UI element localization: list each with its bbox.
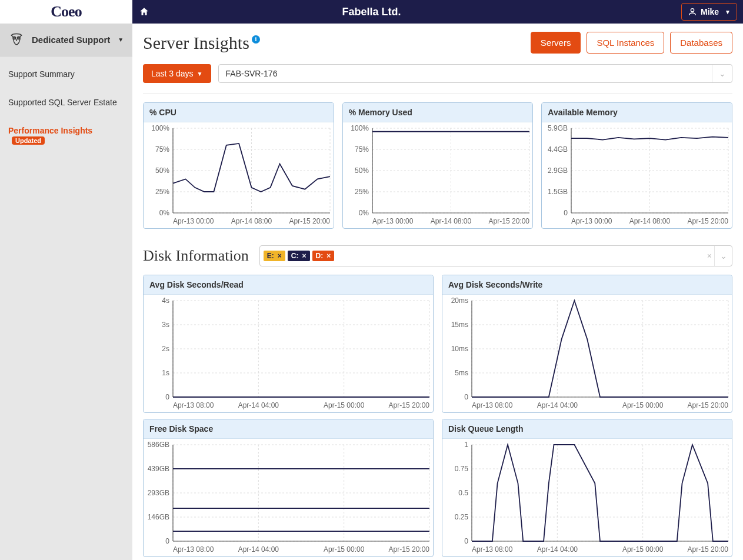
- chevron-down-icon: ⌄: [712, 65, 732, 82]
- time-range-dropdown[interactable]: Last 3 days▼: [143, 64, 211, 83]
- close-icon[interactable]: ×: [278, 252, 282, 260]
- section-title-disk: Disk Information: [143, 247, 249, 265]
- chart-title: Disk Queue Length: [442, 419, 732, 439]
- svg-text:2s: 2s: [162, 345, 169, 353]
- disk-multiselect[interactable]: E:× C:× D:× × ⌄: [259, 245, 732, 266]
- chevron-down-icon: ▼: [725, 9, 731, 15]
- chart-card-available-memory: Available Memory 01.5GB2.9GB4.4GB5.9GBAp…: [541, 102, 732, 229]
- svg-text:3s: 3s: [162, 321, 169, 329]
- chevron-down-icon: ▼: [197, 71, 203, 77]
- svg-point-4: [18, 37, 19, 38]
- chart-title: Avg Disk Seconds/Write: [442, 275, 732, 295]
- svg-text:2.9GB: 2.9GB: [548, 166, 568, 175]
- chart-card-disk-write: Avg Disk Seconds/Write 05ms10ms15ms20msA…: [442, 275, 732, 413]
- svg-text:25%: 25%: [355, 188, 369, 196]
- main-content: Server Insightsi Servers SQL Instances D…: [132, 24, 743, 560]
- updated-badge: Updated: [12, 136, 45, 145]
- chart-title: Avg Disk Seconds/Read: [144, 275, 433, 295]
- svg-text:0.25: 0.25: [455, 513, 469, 521]
- svg-point-3: [14, 37, 15, 38]
- chart-title: Free Disk Space: [144, 419, 433, 439]
- page-title: Server Insightsi: [143, 33, 260, 53]
- svg-text:4s: 4s: [162, 296, 169, 305]
- svg-text:Apr-13 08:00: Apr-13 08:00: [173, 401, 214, 409]
- svg-text:0: 0: [464, 537, 468, 545]
- user-name: Mike: [701, 7, 719, 16]
- svg-text:Apr-15 20:00: Apr-15 20:00: [688, 217, 729, 225]
- user-icon: [688, 7, 697, 16]
- svg-text:15ms: 15ms: [451, 321, 468, 329]
- svg-text:Apr-15 00:00: Apr-15 00:00: [622, 401, 664, 409]
- tab-databases[interactable]: Databases: [670, 32, 732, 54]
- svg-text:Apr-13 00:00: Apr-13 00:00: [372, 217, 414, 225]
- svg-text:Apr-15 20:00: Apr-15 20:00: [389, 545, 430, 554]
- svg-text:586GB: 586GB: [148, 441, 169, 449]
- svg-text:Apr-13 08:00: Apr-13 08:00: [472, 401, 513, 409]
- svg-text:5ms: 5ms: [455, 369, 468, 377]
- svg-text:75%: 75%: [355, 145, 369, 154]
- svg-text:10ms: 10ms: [451, 345, 468, 353]
- svg-text:50%: 50%: [355, 166, 369, 175]
- info-icon[interactable]: i: [252, 35, 260, 44]
- chart-title: Available Memory: [542, 103, 732, 122]
- svg-text:1.5GB: 1.5GB: [548, 188, 568, 196]
- svg-point-0: [691, 9, 694, 12]
- svg-text:Apr-14 04:00: Apr-14 04:00: [238, 401, 279, 409]
- sidebar-group-dropdown[interactable]: Dedicated Support ▼: [0, 24, 132, 56]
- svg-text:Apr-14 04:00: Apr-14 04:00: [537, 545, 578, 554]
- svg-text:Apr-15 20:00: Apr-15 20:00: [688, 401, 729, 409]
- chart-title: % Memory Used: [343, 103, 533, 122]
- close-icon[interactable]: ×: [302, 252, 306, 260]
- chip-disk-e[interactable]: E:×: [264, 251, 285, 261]
- server-select-value: FAB-SVR-176: [226, 69, 278, 78]
- server-select[interactable]: FAB-SVR-176 ⌄: [218, 64, 732, 83]
- svg-text:1: 1: [464, 441, 468, 449]
- svg-text:25%: 25%: [155, 188, 169, 196]
- svg-text:439GB: 439GB: [148, 465, 169, 473]
- sidebar-group-label: Dedicated Support: [32, 35, 110, 45]
- svg-text:Apr-14 08:00: Apr-14 08:00: [231, 217, 272, 225]
- svg-text:Apr-14 04:00: Apr-14 04:00: [238, 545, 279, 554]
- company-title: Fabella Ltd.: [342, 6, 401, 18]
- tab-servers[interactable]: Servers: [531, 32, 581, 54]
- svg-text:20ms: 20ms: [451, 296, 468, 305]
- chevron-down-icon: ▼: [118, 36, 124, 43]
- chart-title: % CPU: [144, 103, 334, 122]
- chart-card-disk-queue-length: Disk Queue Length 00.250.50.751Apr-13 08…: [442, 419, 732, 557]
- sidebar-item-performance-insights[interactable]: Performance Insights Updated: [0, 116, 132, 154]
- svg-text:146GB: 146GB: [148, 513, 169, 521]
- svg-text:Apr-14 08:00: Apr-14 08:00: [629, 217, 671, 225]
- home-button[interactable]: [132, 0, 156, 24]
- svg-text:0.75: 0.75: [455, 465, 469, 473]
- chip-disk-c[interactable]: C:×: [288, 251, 310, 261]
- home-icon: [139, 6, 149, 17]
- svg-text:0: 0: [165, 393, 169, 401]
- user-menu[interactable]: Mike ▼: [681, 3, 737, 21]
- svg-text:5.9GB: 5.9GB: [548, 124, 568, 132]
- svg-text:293GB: 293GB: [148, 489, 169, 497]
- close-icon[interactable]: ×: [326, 252, 331, 260]
- svg-text:100%: 100%: [351, 124, 369, 132]
- sidebar-item-support-summary[interactable]: Support Summary: [0, 60, 132, 88]
- topbar: Coeo Fabella Ltd. Mike ▼: [0, 0, 743, 24]
- svg-text:Apr-15 00:00: Apr-15 00:00: [622, 545, 664, 554]
- svg-text:0%: 0%: [358, 209, 369, 217]
- svg-text:Apr-14 08:00: Apr-14 08:00: [430, 217, 471, 225]
- brand-logo: Coeo: [0, 0, 132, 24]
- svg-text:Apr-15 20:00: Apr-15 20:00: [688, 545, 729, 554]
- chart-card-cpu: % CPU 0%25%50%75%100%Apr-13 00:00Apr-14 …: [143, 102, 334, 229]
- clear-all-icon[interactable]: ×: [707, 251, 712, 261]
- chart-card-disk-read: Avg Disk Seconds/Read 01s2s3s4sApr-13 08…: [143, 275, 434, 413]
- svg-text:4.4GB: 4.4GB: [548, 145, 568, 154]
- svg-text:Apr-13 00:00: Apr-13 00:00: [173, 217, 214, 225]
- svg-text:Apr-13 08:00: Apr-13 08:00: [173, 545, 214, 554]
- svg-text:Apr-15 00:00: Apr-15 00:00: [324, 401, 365, 409]
- svg-text:50%: 50%: [155, 166, 169, 175]
- sidebar-item-estate[interactable]: Supported SQL Server Estate: [0, 88, 132, 116]
- svg-text:Apr-15 20:00: Apr-15 20:00: [488, 217, 529, 225]
- chart-card-memory-used: % Memory Used 0%25%50%75%100%Apr-13 00:0…: [342, 102, 534, 229]
- chip-disk-d[interactable]: D:×: [312, 251, 335, 261]
- tab-sql-instances[interactable]: SQL Instances: [587, 32, 664, 54]
- svg-text:Apr-13 00:00: Apr-13 00:00: [571, 217, 612, 225]
- svg-text:0: 0: [165, 537, 169, 545]
